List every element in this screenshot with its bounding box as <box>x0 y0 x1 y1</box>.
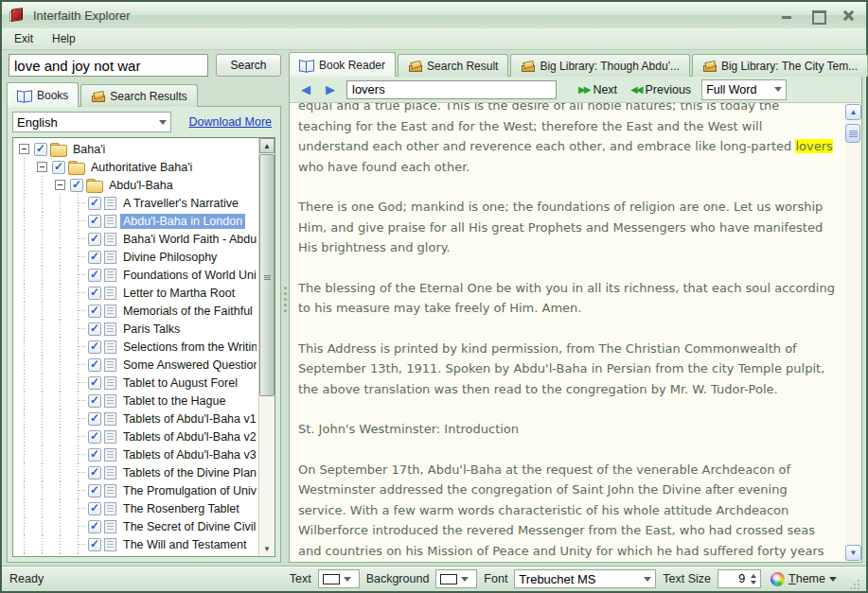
reader-tab-3[interactable]: Big Library: The City Tem... <box>692 54 868 77</box>
page-back-icon[interactable]: ◀ <box>297 83 314 96</box>
tree-item[interactable]: The Rosenberg Tablet <box>15 499 257 517</box>
tree-item[interactable]: Tablet to the Hague <box>15 392 257 410</box>
tree-guide <box>69 535 87 553</box>
background-color-select[interactable] <box>435 569 477 588</box>
checked-checkbox[interactable] <box>88 376 101 390</box>
checked-checkbox[interactable] <box>34 143 47 156</box>
checked-checkbox[interactable] <box>88 466 101 480</box>
tree-item[interactable]: Memorials of the Faithful <box>15 302 257 320</box>
find-previous-button[interactable]: ◀◀ Previous <box>628 82 694 97</box>
spin-down-icon[interactable] <box>751 581 756 587</box>
tree-item[interactable]: Tablets of Abdu'l-Baha v3 <box>15 445 257 463</box>
menu-help[interactable]: Help <box>44 29 84 48</box>
minimize-icon[interactable] <box>781 9 794 21</box>
checked-checkbox[interactable] <box>88 340 101 354</box>
tree-item[interactable]: Paris Talks <box>15 320 257 338</box>
tree-item[interactable]: Tablets of the Divine Plan <box>15 463 257 481</box>
checked-checkbox[interactable] <box>88 215 101 228</box>
collapse-icon[interactable] <box>51 176 69 194</box>
tree-item[interactable]: The Secret of Divine Civiliz... <box>15 517 257 535</box>
scroll-down-icon[interactable]: ▼ <box>259 541 275 556</box>
checked-checkbox[interactable] <box>88 412 101 426</box>
tree-item[interactable]: Authoritative Baha'i <box>15 158 257 176</box>
status-bar: Ready Text Background Font Trebuchet MS … <box>2 566 866 591</box>
close-icon[interactable] <box>841 9 855 21</box>
checked-checkbox[interactable] <box>88 520 101 533</box>
checked-checkbox[interactable] <box>88 358 101 372</box>
collapse-icon[interactable] <box>15 140 33 158</box>
checked-checkbox[interactable] <box>88 484 101 497</box>
checked-checkbox[interactable] <box>70 179 83 192</box>
reader-scrollbar[interactable]: ▲ ▼ <box>845 103 861 562</box>
tree-item[interactable]: Tablets of Abdu'l-Baha v2 <box>15 427 257 445</box>
tree-item[interactable]: Selections from the Writing... <box>15 338 257 356</box>
spin-up-icon[interactable] <box>751 571 756 578</box>
tree-guide <box>15 284 33 302</box>
tree-item[interactable]: Letter to Martha Root <box>15 284 257 302</box>
panel-splitter[interactable] <box>281 52 289 563</box>
checked-checkbox[interactable] <box>88 287 101 300</box>
checked-checkbox[interactable] <box>88 305 101 318</box>
tree-item[interactable]: Foundations of World Unity <box>15 266 257 284</box>
tree-scrollbar-thumb[interactable] <box>259 154 275 396</box>
tree-item-label: The Secret of Divine Civiliz... <box>120 519 257 534</box>
scroll-up-icon[interactable]: ▲ <box>845 104 861 120</box>
maximize-icon[interactable] <box>811 9 824 21</box>
reader-tab-0[interactable]: Book Reader <box>289 52 396 77</box>
tree-item[interactable]: Baha'i <box>15 140 257 158</box>
tree-item[interactable]: Abdu'l-Baha in London <box>15 212 257 230</box>
reader-tab-1[interactable]: Search Result <box>398 54 508 77</box>
scroll-up-icon[interactable]: ▲ <box>259 138 275 153</box>
tree-guide <box>15 176 33 194</box>
tree-item[interactable]: Tablet to August Forel <box>15 374 257 392</box>
resize-grip-icon[interactable] <box>848 579 860 591</box>
checked-checkbox[interactable] <box>88 251 101 264</box>
tree-item[interactable]: The Will and Testament <box>15 535 257 553</box>
tab-books[interactable]: Books <box>7 82 79 107</box>
scroll-down-icon[interactable]: ▼ <box>845 545 861 561</box>
reader-scrollbar-thumb[interactable] <box>845 124 860 143</box>
theme-button[interactable]: Theme <box>768 570 840 588</box>
tree-scrollbar[interactable]: ▲ ▼ <box>258 138 275 556</box>
tab-search-results[interactable]: Search Results <box>80 84 197 107</box>
find-input[interactable] <box>346 80 557 99</box>
find-next-button[interactable]: ▶▶ Next <box>576 82 620 97</box>
font-select[interactable]: Trebuchet MS <box>514 569 656 588</box>
checked-checkbox[interactable] <box>88 448 101 462</box>
text-size-stepper[interactable]: 9 <box>717 569 761 588</box>
menu-exit[interactable]: Exit <box>6 29 42 48</box>
tree-guide <box>33 212 51 230</box>
search-input[interactable] <box>9 54 208 77</box>
checked-checkbox[interactable] <box>88 269 101 282</box>
collapse-icon[interactable] <box>33 158 51 176</box>
tree-item[interactable]: A Traveller's Narrative <box>15 194 257 212</box>
checked-checkbox[interactable] <box>88 323 101 336</box>
search-button[interactable]: Search <box>216 54 281 77</box>
checked-checkbox[interactable] <box>88 233 101 246</box>
tree-item[interactable]: Wisdom of Burying the Dead <box>15 553 257 556</box>
text-color-select[interactable] <box>318 569 360 588</box>
reader-tab-2[interactable]: Big Library: Though Abdu'... <box>510 54 690 77</box>
tree-item[interactable]: Tablets of Abdu'l-Baha v1 <box>15 410 257 427</box>
tree-item[interactable]: Abdu'l-Baha <box>15 176 257 194</box>
tree-item[interactable]: Divine Philosophy <box>15 248 257 266</box>
tree-item[interactable]: The Promulgation of Univer... <box>15 481 257 499</box>
checked-checkbox[interactable] <box>88 394 101 408</box>
language-select[interactable]: English <box>12 112 171 132</box>
checked-checkbox[interactable] <box>88 430 101 444</box>
checked-checkbox[interactable] <box>88 197 101 210</box>
checked-checkbox[interactable] <box>88 538 101 551</box>
tree-guide <box>51 320 69 338</box>
reading-area[interactable]: equal and a true place. This is the desi… <box>290 103 845 562</box>
tree-item[interactable]: Some Answered Questions <box>15 356 257 374</box>
match-mode-select[interactable]: Full Word <box>701 79 787 100</box>
tree-guide <box>15 302 33 320</box>
page-forward-icon[interactable]: ▶ <box>322 83 339 96</box>
checked-checkbox[interactable] <box>52 161 65 174</box>
checked-checkbox[interactable] <box>88 556 101 557</box>
tree-item[interactable]: Baha'i World Faith - Abdu'l-... <box>15 230 257 248</box>
chevron-down-icon <box>774 87 782 96</box>
download-more-link[interactable]: Download More <box>188 115 272 129</box>
checked-checkbox[interactable] <box>88 502 101 515</box>
tree-item-label: Paris Talks <box>120 322 183 337</box>
